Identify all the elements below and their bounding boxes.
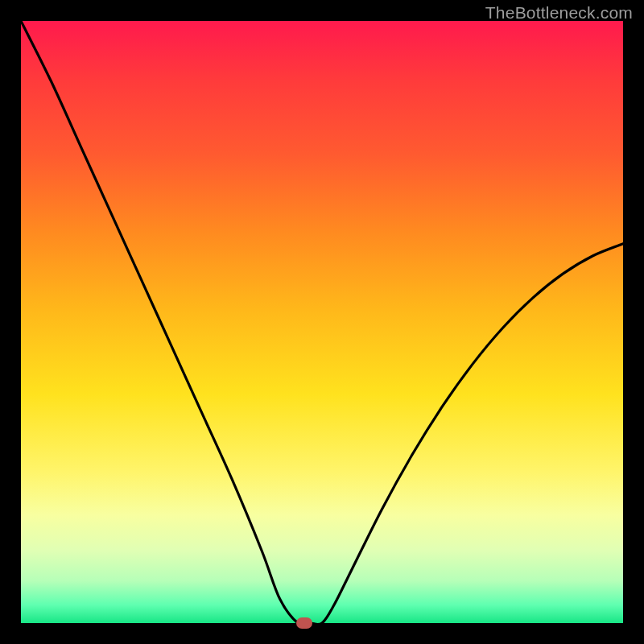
bottleneck-curve [21,21,623,623]
optimal-point-marker [296,617,312,629]
watermark-text: TheBottleneck.com [485,3,633,23]
plot-area [21,21,623,623]
chart-frame: TheBottleneck.com [0,0,644,644]
